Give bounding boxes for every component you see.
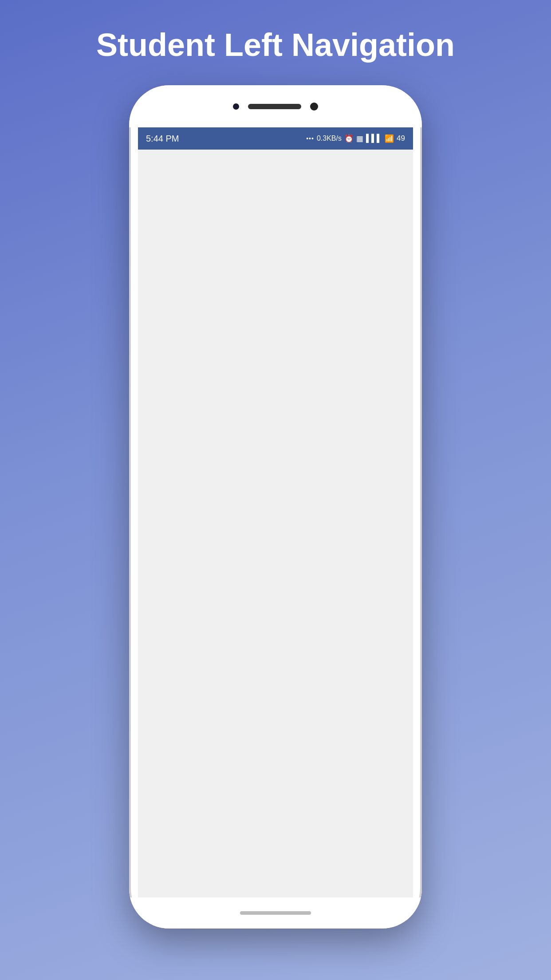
phone-shell: 5:44 PM ••• 0.3KB/s ⏰ ▦ ▌▌▌ 📶 49 🔔 ake [129, 85, 422, 929]
speaker [248, 104, 301, 109]
wifi-icon: 📶 [385, 134, 394, 143]
camera-dot [310, 103, 318, 111]
battery-level: 49 [397, 134, 405, 143]
network-speed: 0.3KB/s [317, 134, 342, 142]
signal-dots: ••• [306, 135, 314, 142]
status-bar: 5:44 PM ••• 0.3KB/s ⏰ ▦ ▌▌▌ 📶 49 [138, 127, 413, 150]
lte-icon: ▦ [356, 134, 363, 143]
status-right-icons: ••• 0.3KB/s ⏰ ▦ ▌▌▌ 📶 49 [306, 134, 405, 143]
phone-screen: 5:44 PM ••• 0.3KB/s ⏰ ▦ ▌▌▌ 📶 49 🔔 ake [138, 127, 413, 897]
front-camera [233, 103, 239, 110]
alarm-icon: ⏰ [344, 134, 354, 143]
signal-bars-icon: ▌▌▌ [366, 134, 382, 143]
phone-bottom-bezel [129, 897, 422, 929]
page-title: Student Left Navigation [96, 27, 455, 63]
status-time: 5:44 PM [146, 134, 179, 144]
home-indicator [240, 911, 311, 915]
phone-top-bezel [129, 85, 422, 127]
